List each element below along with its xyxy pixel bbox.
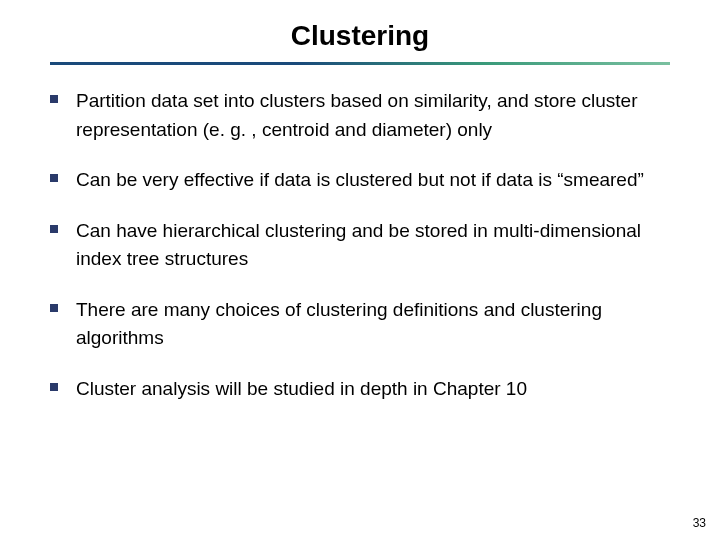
square-bullet-icon: [50, 174, 58, 182]
bullet-text: There are many choices of clustering def…: [76, 296, 670, 353]
title-underline: [50, 62, 670, 65]
list-item: Partition data set into clusters based o…: [50, 87, 670, 144]
bullet-text: Partition data set into clusters based o…: [76, 87, 670, 144]
square-bullet-icon: [50, 304, 58, 312]
square-bullet-icon: [50, 225, 58, 233]
slide: Clustering Partition data set into clust…: [0, 0, 720, 540]
list-item: Can have hierarchical clustering and be …: [50, 217, 670, 274]
list-item: Cluster analysis will be studied in dept…: [50, 375, 670, 404]
square-bullet-icon: [50, 95, 58, 103]
bullet-text: Can be very effective if data is cluster…: [76, 166, 644, 195]
list-item: Can be very effective if data is cluster…: [50, 166, 670, 195]
bullet-list: Partition data set into clusters based o…: [50, 87, 670, 403]
bullet-text: Can have hierarchical clustering and be …: [76, 217, 670, 274]
list-item: There are many choices of clustering def…: [50, 296, 670, 353]
page-title: Clustering: [50, 20, 670, 52]
square-bullet-icon: [50, 383, 58, 391]
page-number: 33: [693, 516, 706, 530]
bullet-text: Cluster analysis will be studied in dept…: [76, 375, 527, 404]
